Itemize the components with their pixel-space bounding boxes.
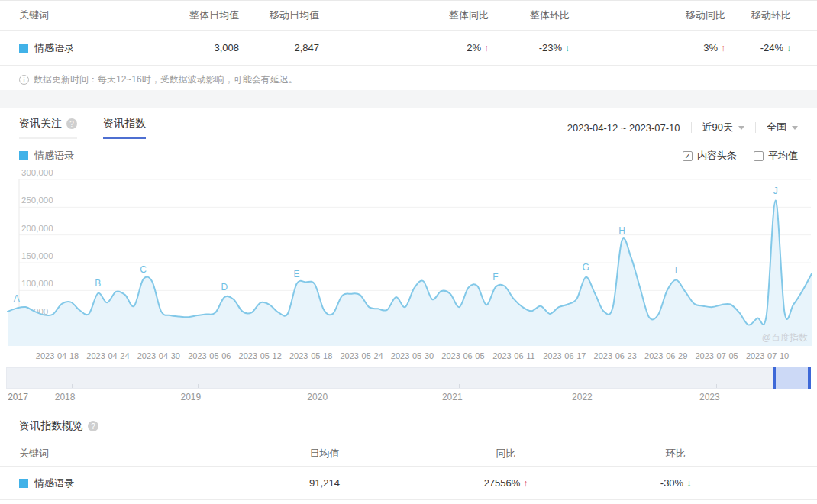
svg-text:2023-05-30: 2023-05-30	[391, 351, 434, 360]
svg-text:G: G	[583, 262, 589, 273]
legend-keyword-label: 情感语录	[34, 149, 74, 163]
update-note-text: 数据更新时间：每天12~16时，受数据波动影响，可能会有延迟。	[34, 73, 298, 86]
column-header-keyword: 关键词	[19, 8, 179, 22]
svg-text:2023-06-11: 2023-06-11	[492, 351, 534, 360]
chart-controls: 2023-04-12 ~ 2023-07-10 近90天 全国	[567, 121, 798, 134]
svg-text:2023-07-05: 2023-07-05	[695, 351, 738, 360]
column-header-yoy: 同比	[420, 447, 592, 460]
svg-text:A: A	[14, 293, 20, 304]
svg-text:E: E	[294, 269, 300, 279]
svg-text:250,000: 250,000	[21, 195, 53, 205]
year-label: 2020	[307, 392, 328, 402]
column-header-overall-yoy: 整体同比	[319, 8, 489, 22]
svg-text:2023-05-18: 2023-05-18	[289, 351, 332, 360]
daily-avg-value: 91,214	[229, 477, 420, 489]
svg-text:2023-06-17: 2023-06-17	[543, 351, 586, 360]
help-icon[interactable]	[88, 421, 98, 431]
svg-text:2023-04-30: 2023-04-30	[137, 351, 180, 360]
column-header-daily-avg: 日均值	[229, 447, 420, 460]
column-header-keyword: 关键词	[19, 447, 229, 460]
checkbox-content-headlines[interactable]: 内容头条	[683, 149, 737, 163]
keyword-label: 情感语录	[34, 477, 74, 490]
svg-text:F: F	[492, 272, 498, 283]
svg-text:I: I	[675, 265, 677, 276]
svg-text:H: H	[618, 225, 625, 236]
svg-text:150,000: 150,000	[21, 251, 53, 260]
svg-text:J: J	[773, 186, 778, 196]
column-header-overall-daily-avg: 整体日均值	[179, 8, 239, 22]
svg-text:2023-07-10: 2023-07-10	[746, 351, 789, 360]
chevron-down-icon	[738, 126, 744, 130]
svg-text:B: B	[95, 278, 101, 289]
baidu-index-page: 关键词 整体日均值 移动日均值 整体同比 整体环比 移动同比 移动环比 情感语录…	[0, 0, 817, 504]
slider-track[interactable]	[6, 367, 811, 389]
trend-arrow-icon: ↓	[786, 43, 791, 53]
checkbox-checked-icon	[683, 151, 693, 161]
keyword-cell: 情感语录	[19, 41, 179, 55]
year-label: 2021	[442, 392, 463, 402]
keyword-cell: 情感语录	[19, 477, 229, 490]
svg-text:2023-05-24: 2023-05-24	[340, 351, 383, 360]
svg-text:300,000: 300,000	[21, 170, 53, 177]
overview-table-header: 关键词 日均值 同比 环比	[0, 441, 817, 467]
tab-news-index[interactable]: 资讯指数	[103, 117, 146, 139]
summary-section: 关键词 整体日均值 移动日均值 整体同比 整体环比 移动同比 移动环比 情感语录…	[0, 0, 817, 90]
slider-tick	[325, 384, 325, 388]
section-divider	[0, 90, 817, 108]
trend-arrow-icon: ↓	[686, 478, 691, 489]
mom-value: -30%↓	[592, 477, 760, 489]
trend-arrow-icon: ↑	[523, 478, 528, 489]
keyword-color-swatch-icon	[19, 44, 28, 53]
divider	[691, 122, 692, 133]
legend-row: 情感语录 内容头条 平均值	[0, 149, 817, 163]
slider-left-handle[interactable]	[773, 367, 776, 389]
update-note: 数据更新时间：每天12~16时，受数据波动影响，可能会有延迟。	[19, 73, 298, 86]
year-label: 2022	[572, 392, 593, 402]
mobile-mom-value: -24%↓	[725, 42, 791, 53]
date-range-picker[interactable]: 2023-04-12 ~ 2023-07-10	[567, 122, 680, 134]
svg-text:2023-05-12: 2023-05-12	[239, 351, 282, 360]
tab-news-attention[interactable]: 资讯关注	[19, 117, 77, 139]
column-header-mom: 环比	[592, 447, 760, 460]
chevron-down-icon	[792, 126, 798, 130]
slider-tick	[72, 384, 73, 388]
summary-table-row: 情感语录 3,008 2,847 2%↑ -23%↓ 3%↑ -24%↓	[0, 31, 817, 66]
summary-table-header: 关键词 整体日均值 移动日均值 整体同比 整体环比 移动同比 移动环比	[0, 0, 817, 31]
help-icon[interactable]	[66, 118, 77, 129]
slider-tick	[198, 384, 199, 388]
svg-text:@百度指数: @百度指数	[762, 332, 808, 343]
keyword-label: 情感语录	[34, 41, 74, 55]
slider-tick	[589, 384, 589, 388]
slider-right-handle[interactable]	[808, 367, 811, 389]
svg-text:D: D	[221, 282, 228, 292]
svg-text:2023-05-06: 2023-05-06	[188, 351, 231, 360]
overview-table-row: 情感语录 91,214 27556%↑ -30%↓	[0, 467, 817, 500]
period-dropdown[interactable]: 近90天	[702, 121, 744, 134]
keyword-color-swatch-icon	[19, 479, 28, 488]
overview-title: 资讯指数概览	[0, 418, 817, 434]
timeline-slider[interactable]	[6, 367, 811, 389]
svg-text:2023-04-18: 2023-04-18	[36, 351, 79, 360]
slider-tick	[459, 384, 460, 388]
year-label: 2017	[8, 392, 28, 402]
overall-mom-value: -23%↓	[489, 42, 570, 53]
timeline-years: 2017201820192020202120222023	[0, 390, 817, 407]
trend-section: 资讯关注 资讯指数 2023-04-12 ~ 2023-07-10 近90天 全…	[0, 108, 817, 504]
year-label: 2019	[181, 392, 202, 402]
svg-text:2023-06-05: 2023-06-05	[441, 351, 484, 360]
svg-text:2023-06-29: 2023-06-29	[644, 351, 687, 360]
checkbox-average[interactable]: 平均值	[754, 149, 798, 163]
overall-daily-avg-value: 3,008	[179, 42, 239, 53]
slider-selection[interactable]	[773, 367, 811, 389]
svg-text:200,000: 200,000	[21, 224, 53, 233]
info-icon	[19, 75, 29, 85]
trend-chart[interactable]: 50,000100,000150,000200,000250,000300,00…	[0, 170, 817, 364]
region-dropdown[interactable]: 全国	[767, 121, 798, 134]
overall-yoy-value: 2%↑	[319, 42, 489, 53]
checkbox-unchecked-icon	[754, 151, 764, 161]
series-legend[interactable]: 情感语录	[19, 149, 74, 163]
mobile-yoy-value: 3%↑	[570, 42, 725, 53]
divider	[755, 122, 756, 133]
svg-text:2023-06-23: 2023-06-23	[594, 351, 637, 360]
tab-bar: 资讯关注 资讯指数 2023-04-12 ~ 2023-07-10 近90天 全…	[0, 108, 817, 139]
